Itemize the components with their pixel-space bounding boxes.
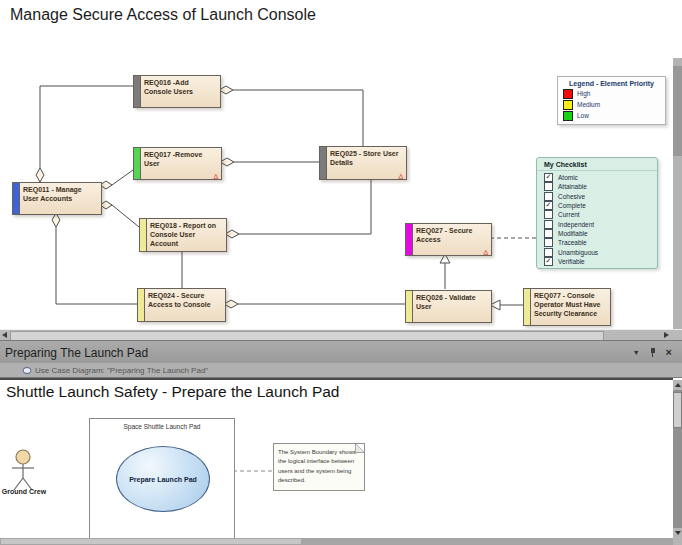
requirement-req011[interactable]: REQ011 - Manage User Accounts <box>12 182 102 215</box>
scrollbar-thumb[interactable] <box>1 539 301 544</box>
use-case-diagram-icon <box>22 361 32 379</box>
connector-req018-req011[interactable] <box>100 201 139 227</box>
connector-req024-req011[interactable] <box>52 213 137 304</box>
legend-color-swatch <box>563 100 573 110</box>
use-case-label: Prepare Launch Pad <box>129 476 197 483</box>
legend-item-label: Medium <box>577 101 600 108</box>
requirements-diagram-canvas[interactable]: Manage Secure Access of Launch Console <box>0 0 673 329</box>
priority-legend[interactable]: Legend - Element Priority HighMediumLow <box>557 76 666 125</box>
connector-req016-req011[interactable] <box>36 86 135 182</box>
priority-color-bar <box>320 147 327 179</box>
unchecked-checkbox[interactable] <box>544 192 553 201</box>
checked-checkbox[interactable]: ✓ <box>544 257 553 266</box>
requirement-req024[interactable]: REQ024 - Secure Access to Console <box>137 288 226 322</box>
aggregation-diamond-icon <box>36 168 44 182</box>
unchecked-checkbox[interactable] <box>544 238 553 247</box>
scroll-right-arrow-icon[interactable] <box>664 332 669 338</box>
unchecked-checkbox[interactable] <box>544 248 553 257</box>
connector-line <box>239 178 371 234</box>
legend-item-label: Low <box>577 112 589 119</box>
checklist-item-label: Verifiable <box>558 258 585 265</box>
requirement-label: REQ018 - Report on Console User Account <box>147 219 226 251</box>
warning-triangle-icon: △ <box>483 248 488 255</box>
warning-triangle-icon: △ <box>398 172 403 179</box>
use-case-ellipse[interactable]: Prepare Launch Pad <box>116 446 210 512</box>
scroll-left-arrow-icon[interactable] <box>2 332 7 338</box>
connector-line <box>112 205 139 227</box>
use-case-diagram-canvas[interactable]: Shuttle Launch Safety - Prepare the Laun… <box>0 378 673 540</box>
scrollbar-thumb[interactable] <box>673 392 682 428</box>
priority-color-bar <box>13 183 20 214</box>
scroll-down-arrow-icon[interactable] <box>673 528 682 538</box>
checked-checkbox[interactable]: ✓ <box>544 201 553 210</box>
connector-req025-req016[interactable] <box>219 86 363 146</box>
chevron-down-icon[interactable]: ▼ <box>633 349 640 356</box>
scrollbar-corner <box>673 538 682 545</box>
checklist-item-label: Attainable <box>558 183 587 190</box>
bottom-horizontal-scrollbar[interactable] <box>0 538 682 545</box>
pane-titlebar: Preparing The Launch Pad ▼ × <box>0 340 682 364</box>
actor-label: Ground Crew <box>0 488 48 495</box>
scroll-up-arrow-icon[interactable] <box>673 380 682 390</box>
requirement-label: REQ025 - Store User Details <box>327 147 406 179</box>
close-icon[interactable]: × <box>666 347 672 358</box>
checklist-item-label: Traceable <box>558 239 587 246</box>
aggregation-diamond-icon <box>52 213 60 227</box>
checklist-item: Cohesive <box>544 192 657 201</box>
application-window: Manage Secure Access of Launch Console <box>0 0 682 545</box>
boundary-label: Space Shuttle Launch Pad <box>90 419 234 430</box>
unchecked-checkbox[interactable] <box>544 229 553 238</box>
checked-checkbox[interactable]: ✓ <box>544 173 553 182</box>
priority-color-bar <box>524 289 531 325</box>
connector-req077-req026-generalization[interactable] <box>490 300 523 310</box>
checklist-item: Independent <box>544 219 657 228</box>
priority-color-bar <box>134 76 141 107</box>
bottom-vertical-scrollbar[interactable] <box>673 380 682 538</box>
requirement-req025[interactable]: REQ025 - Store User Details△ <box>319 146 407 180</box>
checklist-item: Modifiable <box>544 229 657 238</box>
connector-req026-req027-generalization[interactable] <box>440 254 450 289</box>
legend-color-swatch <box>563 111 573 121</box>
checklist-title: My Checklist <box>537 158 657 171</box>
aggregation-diamond-icon <box>225 230 239 238</box>
legend-item-label: High <box>577 90 590 97</box>
scrollbar-thumb[interactable] <box>673 66 682 156</box>
priority-color-bar <box>406 291 413 322</box>
requirement-label: REQ026 - Validate User <box>413 291 491 322</box>
warning-triangle-icon: △ <box>213 172 218 179</box>
requirement-req077[interactable]: REQ077 - Console Operator Must Have Secu… <box>523 288 611 326</box>
top-vertical-scrollbar[interactable] <box>673 58 682 329</box>
actor-figure[interactable] <box>12 450 34 490</box>
connector-req025-req018[interactable] <box>225 178 371 238</box>
unchecked-checkbox[interactable] <box>544 220 553 229</box>
pane-title: Preparing The Launch Pad <box>0 346 633 360</box>
unchecked-checkbox[interactable] <box>544 182 553 191</box>
aggregation-diamond-icon <box>220 158 234 166</box>
priority-color-bar <box>140 219 147 251</box>
pin-icon[interactable] <box>649 348 657 358</box>
system-boundary[interactable]: Space Shuttle Launch Pad Prepare Launch … <box>89 418 235 541</box>
unchecked-checkbox[interactable] <box>544 210 553 219</box>
note-element[interactable]: The System Boundary shows the logical in… <box>273 443 365 491</box>
connector-req017-req011[interactable] <box>100 170 133 189</box>
requirement-label: REQ027 - Secure Access <box>413 224 491 255</box>
bottom-diagram-title: Shuttle Launch Safety - Prepare the Laun… <box>6 383 339 401</box>
requirement-label: REQ017 -Remove User <box>141 148 221 179</box>
requirement-req026[interactable]: REQ026 - Validate User <box>405 290 492 323</box>
requirement-label: REQ077 - Console Operator Must Have Secu… <box>531 289 610 325</box>
requirement-req017[interactable]: REQ017 -Remove User△ <box>133 147 222 180</box>
requirement-req016[interactable]: REQ016 -Add Console Users <box>133 75 221 108</box>
requirement-req018[interactable]: REQ018 - Report on Console User Account <box>139 218 227 252</box>
my-checklist-panel[interactable]: My Checklist ✓AtomicAttainableCohesive✓C… <box>536 157 658 269</box>
requirement-label: REQ011 - Manage User Accounts <box>20 183 101 214</box>
connector-req025-req017[interactable] <box>220 158 319 166</box>
connector-req026-req024[interactable] <box>224 300 405 308</box>
note-fold-corner-icon <box>355 444 364 453</box>
requirement-req027[interactable]: REQ027 - Secure Access△ <box>405 223 492 256</box>
checklist-item-label: Independent <box>558 221 594 228</box>
checklist-item: Current <box>544 210 657 219</box>
aggregation-diamond-icon <box>219 86 233 94</box>
connector-line <box>56 227 137 304</box>
breadcrumb-text: Use Case Diagram: "Preparing The Launch … <box>35 366 208 375</box>
note-text: The System Boundary shows the logical in… <box>274 444 364 485</box>
